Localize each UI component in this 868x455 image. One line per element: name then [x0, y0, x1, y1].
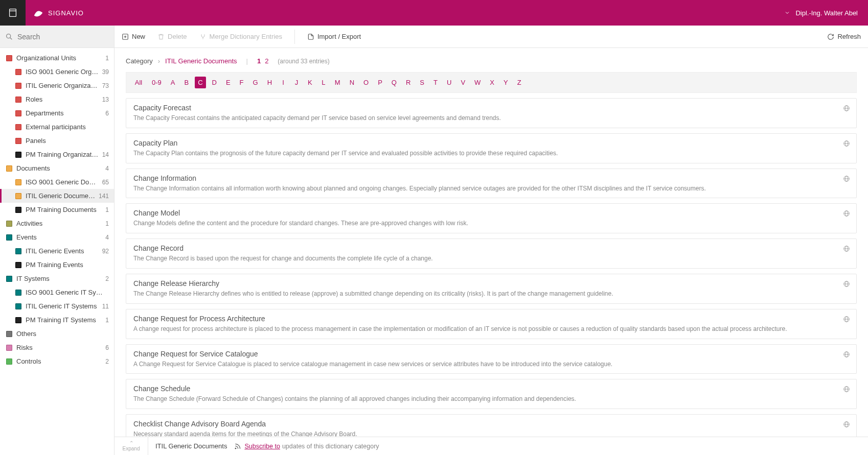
alpha-filter-button[interactable]: Q	[389, 77, 400, 88]
alpha-filter-button[interactable]: K	[305, 77, 315, 88]
sidebar-item[interactable]: Activities1	[0, 217, 114, 230]
alpha-filter-button[interactable]: Z	[514, 77, 524, 88]
sidebar-item[interactable]: Others	[0, 327, 114, 341]
user-menu[interactable]: Dipl.-Ing. Walter Abel	[784, 9, 868, 17]
subscribe-tail: updates of this dictionary category	[282, 443, 379, 450]
sidebar-item[interactable]: External participants	[0, 120, 114, 134]
breadcrumb-root[interactable]: Category	[126, 57, 153, 65]
dictionary-entry[interactable]: Change RecordThe Change Record is based …	[126, 238, 857, 269]
alpha-filter-button[interactable]: R	[403, 77, 414, 88]
sidebar: Organizational Units1ISO 9001 Generic Or…	[0, 48, 115, 455]
sidebar-item[interactable]: ITIL Generic Organization73	[0, 79, 114, 92]
signavio-logo-icon	[33, 7, 44, 18]
alpha-filter-button[interactable]: J	[291, 77, 302, 88]
search-area	[0, 26, 115, 47]
alpha-filter-button[interactable]: D	[209, 77, 220, 88]
sidebar-item-count: 65	[99, 179, 109, 186]
alpha-filter-button[interactable]: I	[278, 77, 288, 88]
top-bar: SIGNAVIO Dipl.-Ing. Walter Abel	[0, 0, 868, 26]
sidebar-item[interactable]: Controls2	[0, 354, 114, 368]
dictionary-entry[interactable]: Change ScheduleThe Change Schedule (Forw…	[126, 379, 857, 409]
sidebar-item-label: PM Training Documents	[26, 206, 102, 213]
sidebar-item[interactable]: ISO 9001 Generic Organizati...39	[0, 65, 114, 79]
sidebar-item[interactable]: PM Training Events	[0, 258, 114, 272]
sidebar-item-count: 2	[102, 358, 109, 365]
search-input[interactable]	[17, 33, 109, 41]
dictionary-entry[interactable]: Change ModelChange Models define the con…	[126, 203, 857, 233]
sidebar-item-label: Events	[16, 233, 102, 241]
sidebar-item-label: Documents	[16, 164, 102, 172]
app-menu-button[interactable]	[0, 0, 26, 26]
alpha-filter-button[interactable]: W	[471, 77, 484, 88]
sidebar-item[interactable]: Roles13	[0, 92, 114, 106]
alpha-filter-button[interactable]: 0-9	[149, 77, 165, 88]
alpha-filter-button[interactable]: Y	[500, 77, 511, 88]
alpha-filter-button[interactable]: L	[318, 77, 329, 88]
sidebar-item[interactable]: Risks6	[0, 341, 114, 354]
subscribe-link[interactable]: Subscribe to	[244, 443, 280, 450]
alpha-filter-button[interactable]: V	[458, 77, 468, 88]
entry-description: The Change Information contains all info…	[133, 184, 836, 193]
dictionary-entry[interactable]: Change Request for Process ArchitectureA…	[126, 309, 857, 339]
dictionary-entry[interactable]: Change Release HierarchyThe Change Relea…	[126, 274, 857, 304]
expand-button[interactable]: ⌃ Expand	[115, 437, 148, 455]
sidebar-item[interactable]: PM Training Organization14	[0, 148, 114, 161]
sidebar-item[interactable]: ISO 9001 Generic Documents65	[0, 175, 114, 189]
sidebar-item[interactable]: Panels	[0, 134, 114, 148]
alpha-filter-button[interactable]: H	[264, 77, 275, 88]
page-link[interactable]: 1	[257, 57, 261, 65]
entry-description: The Change Schedule (Forward Schedule of…	[133, 395, 836, 403]
alpha-filter-button[interactable]: O	[360, 77, 372, 88]
sidebar-item[interactable]: PM Training Documents1	[0, 203, 114, 217]
alpha-filter-button[interactable]: N	[347, 77, 357, 88]
new-button[interactable]: New	[122, 33, 145, 40]
sidebar-item-count: 92	[99, 248, 109, 255]
category-icon	[6, 331, 12, 337]
dictionary-entry[interactable]: Capacity PlanThe Capacity Plan contains …	[126, 133, 857, 163]
sidebar-item[interactable]: IT Systems2	[0, 272, 114, 285]
sidebar-item[interactable]: ISO 9001 Generic IT Systems	[0, 285, 114, 299]
sidebar-item[interactable]: Documents4	[0, 161, 114, 175]
sidebar-item-count: 1	[102, 55, 109, 62]
alpha-filter-button[interactable]: P	[375, 77, 385, 88]
sidebar-item[interactable]: ITIL Generic Documents141	[0, 189, 114, 203]
dictionary-entry[interactable]: Change InformationThe Change Information…	[126, 169, 857, 199]
globe-icon	[843, 105, 850, 112]
dictionary-entry[interactable]: Checklist Change Advisory Board AgendaNe…	[126, 414, 857, 437]
alpha-filter-button[interactable]: S	[417, 77, 427, 88]
dictionary-entry[interactable]: Capacity ForecastThe Capacity Forecast c…	[126, 98, 857, 128]
alpha-filter-button[interactable]: T	[430, 77, 441, 88]
sidebar-item-label: ISO 9001 Generic IT Systems	[26, 289, 106, 296]
alpha-filter-button[interactable]: A	[168, 77, 178, 88]
sidebar-item[interactable]: Organizational Units1	[0, 51, 114, 65]
footer: ⌃ Expand ITIL Generic Documents Subscrib…	[115, 437, 868, 455]
alpha-filter-button[interactable]: C	[195, 77, 205, 88]
entry-description: A Change Request for Service Catalogue i…	[133, 360, 836, 369]
entry-list[interactable]: Capacity ForecastThe Capacity Forecast c…	[115, 98, 868, 437]
alpha-filter-button[interactable]: G	[250, 77, 261, 88]
alpha-filter-button[interactable]: X	[487, 77, 497, 88]
entry-description: The Capacity Plan contains the prognosis…	[133, 149, 836, 158]
sidebar-item[interactable]: ITIL Generic IT Systems11	[0, 299, 114, 313]
sidebar-item[interactable]: ITIL Generic Events92	[0, 244, 114, 258]
sidebar-item[interactable]: PM Training IT Systems1	[0, 313, 114, 327]
globe-icon	[843, 210, 850, 217]
category-icon	[6, 276, 12, 282]
alpha-filter-button[interactable]: E	[223, 77, 234, 88]
sidebar-item[interactable]: Departments6	[0, 106, 114, 120]
alpha-filter-button[interactable]: B	[181, 77, 192, 88]
sidebar-item[interactable]: Events4	[0, 230, 114, 244]
user-name: Dipl.-Ing. Walter Abel	[795, 9, 858, 17]
alpha-filter-button[interactable]: M	[332, 77, 344, 88]
alpha-filter-button[interactable]: All	[131, 77, 146, 88]
page-link[interactable]: 2	[265, 57, 268, 65]
merge-button: Merge Dictionary Entries	[199, 33, 282, 40]
alpha-filter-button[interactable]: U	[444, 77, 454, 88]
alpha-filter-button[interactable]: F	[237, 77, 247, 88]
import-export-button[interactable]: Import / Export	[307, 33, 361, 40]
refresh-button[interactable]: Refresh	[827, 33, 861, 40]
category-icon	[15, 303, 21, 309]
alpha-filter: All0-9ABCDEFGHIJKLMNOPQRSTUVWXYZ	[126, 72, 857, 93]
pager: 12	[257, 57, 272, 65]
dictionary-entry[interactable]: Change Request for Service CatalogueA Ch…	[126, 344, 857, 374]
